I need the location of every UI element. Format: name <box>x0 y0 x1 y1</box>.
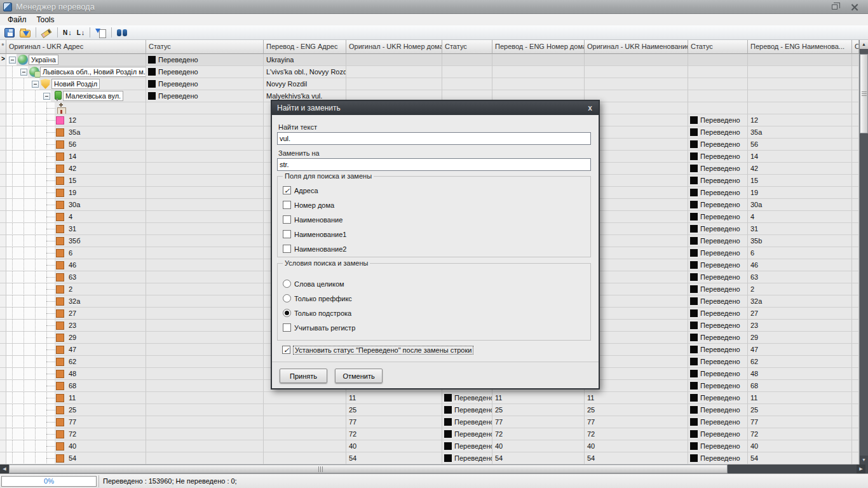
accept-button[interactable]: Принять <box>280 369 327 383</box>
cell-extra[interactable] <box>852 187 859 199</box>
tree-cell[interactable]: 48 <box>6 368 146 380</box>
house-row[interactable]: 7272Переведено7272Переведено72 <box>0 428 859 440</box>
cell-status_naim[interactable]: Переведено <box>688 404 748 416</box>
cell-status_nomer[interactable] <box>442 54 492 66</box>
cell-naim_eng[interactable]: 42 <box>748 163 852 175</box>
row-indicator-cell[interactable] <box>0 380 6 392</box>
menu-file[interactable]: Файл <box>3 15 32 25</box>
cell-naim_ukr[interactable] <box>585 78 688 90</box>
cell-status_naim[interactable]: Переведено <box>688 308 748 320</box>
cell-status_adres[interactable] <box>146 163 264 175</box>
scroll-down-button[interactable] <box>860 456 868 464</box>
cell-status_adres[interactable] <box>146 428 264 440</box>
cell-nomer_ukr[interactable]: 11 <box>346 392 442 404</box>
cell-naim_eng[interactable]: 72 <box>748 428 852 440</box>
cell-adres_eng[interactable] <box>264 428 346 440</box>
row-indicator-cell[interactable] <box>0 404 6 416</box>
cell-status_naim[interactable]: Переведено <box>688 416 748 428</box>
substring-only-radio[interactable]: Только подстрока <box>283 308 590 318</box>
cell-naim_ukr[interactable]: 72 <box>585 428 688 440</box>
radio-button[interactable] <box>283 294 291 302</box>
find-text-input[interactable] <box>277 132 591 145</box>
cell-status_adres[interactable] <box>146 295 264 308</box>
cell-naim_eng[interactable] <box>748 54 852 66</box>
column-header-naim_eng[interactable]: Перевод - ENG Наименова... <box>748 40 852 54</box>
cell-naim_eng[interactable]: 11 <box>748 392 852 404</box>
cell-adres_eng[interactable] <box>264 452 346 464</box>
house-row[interactable]: 1111Переведено1111Переведено11 <box>0 392 859 404</box>
cell-status_adres[interactable] <box>146 404 264 416</box>
tree-cell[interactable]: 56 <box>6 139 146 151</box>
sort-n-button[interactable]: N↓ <box>61 26 74 39</box>
row-indicator-cell[interactable] <box>0 332 6 344</box>
cell-extra[interactable] <box>852 380 859 392</box>
tree-cell[interactable]: 63 <box>6 271 146 283</box>
scroll-right-button[interactable] <box>857 464 865 473</box>
cell-naim_ukr[interactable]: 25 <box>585 404 688 416</box>
cell-status_naim[interactable] <box>688 90 748 102</box>
checkbox-box[interactable] <box>283 186 291 194</box>
house-row[interactable]: 5454Переведено5454Переведено54 <box>0 452 859 464</box>
cell-naim_ukr[interactable]: 14 <box>585 151 688 163</box>
cell-nomer_ukr[interactable]: 40 <box>346 440 442 452</box>
cell-status_naim[interactable]: Переведено <box>688 114 748 126</box>
window-titlebar[interactable]: Менеджер перевода <box>0 0 868 14</box>
prefix-only-radio[interactable]: Только преффикс <box>283 294 590 303</box>
cell-extra[interactable] <box>852 440 859 452</box>
cell-status_naim[interactable]: Переведено <box>688 452 748 464</box>
cell-naim_eng[interactable]: 6 <box>748 247 852 259</box>
cell-status_adres[interactable]: Переведено <box>146 54 264 66</box>
tree-cell[interactable]: 12 <box>6 114 146 126</box>
cell-naim_eng[interactable]: 31 <box>748 223 852 235</box>
cell-status_naim[interactable]: Переведено <box>688 223 748 235</box>
horizontal-scrollbar[interactable] <box>0 464 868 473</box>
tree-cell[interactable]: 62 <box>6 356 146 368</box>
row-indicator-cell[interactable] <box>0 295 6 308</box>
cell-status_adres[interactable] <box>146 211 264 223</box>
cell-status_naim[interactable]: Переведено <box>688 380 748 392</box>
tree-cell[interactable]: 35a <box>6 126 146 139</box>
cell-nomer_ukr[interactable] <box>346 78 442 90</box>
cell-status_adres[interactable] <box>146 114 264 126</box>
row-indicator-cell[interactable] <box>0 416 6 428</box>
tree-cell[interactable]: 31 <box>6 223 146 235</box>
column-header-marker[interactable]: * <box>0 40 6 54</box>
row-indicator-cell[interactable] <box>0 283 6 295</box>
cell-extra[interactable] <box>852 163 859 175</box>
cell-extra[interactable] <box>852 54 859 66</box>
row-indicator-cell[interactable] <box>0 175 6 187</box>
row-indicator-cell[interactable] <box>0 187 6 199</box>
tree-cell[interactable]: 46 <box>6 259 146 271</box>
cell-naim_ukr[interactable]: 30a <box>585 199 688 211</box>
cell-adres_eng[interactable] <box>264 392 346 404</box>
cell-extra[interactable] <box>852 416 859 428</box>
column-header-adres_ukr[interactable]: Оригинал - UKR Адрес <box>6 40 146 54</box>
cell-naim_eng[interactable] <box>748 66 852 78</box>
row-indicator-cell[interactable] <box>0 259 6 271</box>
cell-status_naim[interactable]: Переведено <box>688 320 748 332</box>
cell-extra[interactable] <box>852 223 859 235</box>
cell-nomer_ukr[interactable]: 72 <box>346 428 442 440</box>
cell-adres_eng[interactable]: Ukrayina <box>264 54 346 66</box>
cell-status_naim[interactable]: Переведено <box>688 344 748 356</box>
row-indicator-cell[interactable] <box>0 139 6 151</box>
cell-naim_ukr[interactable]: 77 <box>585 416 688 428</box>
column-header-nomer_ukr[interactable]: Оригинал - UKR Номер дома <box>346 40 442 54</box>
cell-status_adres[interactable] <box>146 187 264 199</box>
cell-status_naim[interactable]: Переведено <box>688 175 748 187</box>
column-header-status_nomer[interactable]: Статус <box>442 40 492 54</box>
house-row[interactable]: 4040Переведено4040Переведено40 <box>0 440 859 452</box>
tree-cell[interactable]: 54 <box>6 452 146 464</box>
cell-nomer_eng[interactable]: 72 <box>492 428 585 440</box>
cell-naim_ukr[interactable]: 54 <box>585 452 688 464</box>
cell-extra[interactable] <box>852 151 859 163</box>
cell-naim_ukr[interactable]: 46 <box>585 259 688 271</box>
cell-naim_eng[interactable]: 27 <box>748 308 852 320</box>
cell-nomer_ukr[interactable]: 25 <box>346 404 442 416</box>
cell-extra[interactable] <box>852 368 859 380</box>
cell-nomer_ukr[interactable]: 77 <box>346 416 442 428</box>
column-header-nomer_eng[interactable]: Перевод - ENG Номер дома <box>492 40 585 54</box>
checkbox-box[interactable] <box>283 215 291 224</box>
name1-checkbox[interactable]: Наименование1 <box>283 229 590 239</box>
cell-naim_eng[interactable]: 23 <box>748 320 852 332</box>
